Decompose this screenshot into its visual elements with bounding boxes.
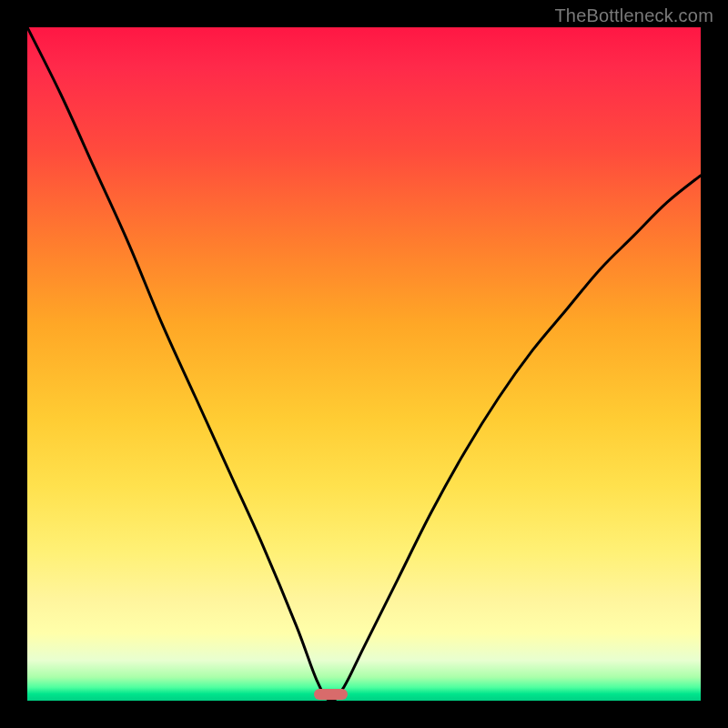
watermark-text: TheBottleneck.com: [554, 5, 713, 26]
chart-frame: TheBottleneck.com: [0, 0, 728, 728]
plot-area: [27, 27, 701, 701]
optimal-marker: [314, 689, 348, 700]
bottleneck-curve: [27, 27, 701, 701]
